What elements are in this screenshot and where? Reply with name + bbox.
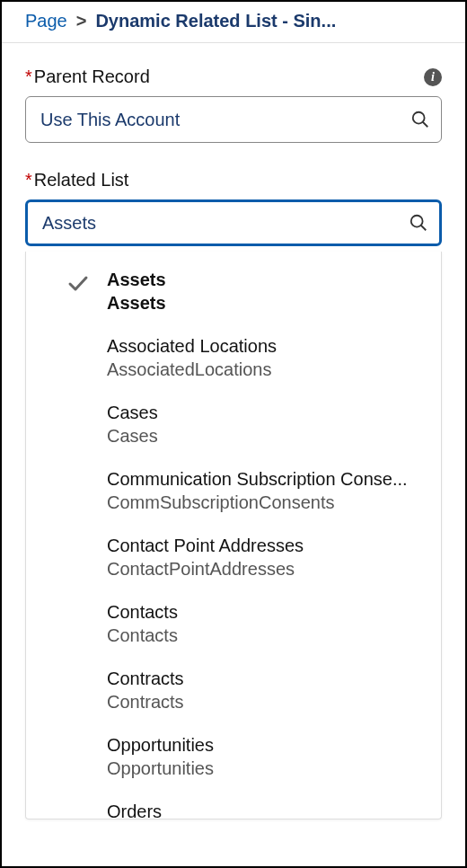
dropdown-option[interactable]: ContractsContracts bbox=[26, 660, 441, 721]
option-texts: OpportunitiesOpportunities bbox=[66, 733, 214, 780]
option-label: Associated Locations bbox=[107, 334, 277, 358]
dropdown-option[interactable]: Associated LocationsAssociatedLocations bbox=[26, 327, 441, 388]
dropdown-option[interactable]: CasesCases bbox=[26, 394, 441, 455]
option-label: Contacts bbox=[107, 600, 178, 624]
option-label: Contracts bbox=[107, 667, 184, 690]
option-label: Contact Point Addresses bbox=[107, 534, 304, 557]
dropdown-option[interactable]: Contact Point AddressesContactPointAddre… bbox=[26, 527, 441, 588]
svg-point-0 bbox=[413, 112, 425, 124]
breadcrumb: Page > Dynamic Related List - Sin... bbox=[2, 2, 465, 43]
dropdown-scroll[interactable]: AssetsAssetsAssociated LocationsAssociat… bbox=[26, 252, 441, 819]
option-api-name: AssociatedLocations bbox=[107, 358, 277, 381]
dropdown-option[interactable]: Communication Subscription Conse...CommS… bbox=[26, 460, 441, 521]
breadcrumb-current: Dynamic Related List - Sin... bbox=[95, 11, 336, 31]
required-asterisk: * bbox=[25, 66, 32, 86]
dropdown-option[interactable]: ContactsContacts bbox=[26, 593, 441, 654]
option-api-name: Contracts bbox=[107, 690, 184, 713]
option-api-name: Assets bbox=[107, 291, 166, 314]
parent-record-value: Use This Account bbox=[40, 110, 180, 130]
dropdown-option[interactable]: OpportunitiesOpportunities bbox=[26, 726, 441, 787]
option-label: Orders bbox=[107, 800, 162, 819]
option-texts: Communication Subscription Conse...CommS… bbox=[66, 467, 408, 514]
option-texts: CasesCases bbox=[66, 401, 158, 447]
dropdown-option[interactable]: AssetsAssets bbox=[26, 261, 441, 322]
svg-point-2 bbox=[411, 216, 423, 227]
parent-record-label: *Parent Record bbox=[25, 66, 150, 87]
option-label: Assets bbox=[107, 268, 166, 291]
search-icon bbox=[409, 213, 428, 233]
option-texts: ContractsContracts bbox=[66, 667, 184, 713]
option-texts: OrdersOrders bbox=[66, 800, 162, 819]
parent-record-input[interactable]: Use This Account bbox=[25, 96, 442, 143]
svg-line-3 bbox=[421, 226, 427, 231]
option-api-name: ContactPointAddresses bbox=[107, 557, 304, 580]
related-list-input[interactable]: Assets bbox=[25, 199, 442, 246]
dropdown-option[interactable]: OrdersOrders bbox=[26, 793, 441, 819]
option-api-name: Cases bbox=[107, 424, 158, 447]
related-list-label-row: *Related List bbox=[25, 170, 442, 190]
option-label: Opportunities bbox=[107, 733, 214, 757]
option-api-name: CommSubscriptionConsents bbox=[107, 491, 408, 514]
option-texts: Contact Point AddressesContactPointAddre… bbox=[66, 534, 304, 580]
info-icon[interactable]: i bbox=[424, 68, 442, 86]
properties-panel: *Parent Record i Use This Account *Relat… bbox=[2, 43, 465, 246]
option-label: Communication Subscription Conse... bbox=[107, 467, 408, 491]
required-asterisk: * bbox=[25, 170, 32, 190]
option-texts: ContactsContacts bbox=[66, 600, 178, 647]
option-label: Cases bbox=[107, 401, 158, 424]
check-icon bbox=[64, 273, 93, 295]
search-icon bbox=[410, 110, 430, 129]
option-api-name: Contacts bbox=[107, 624, 178, 647]
related-list-value: Assets bbox=[42, 213, 96, 234]
option-texts: Associated LocationsAssociatedLocations bbox=[66, 334, 277, 381]
parent-record-label-row: *Parent Record i bbox=[25, 66, 442, 87]
breadcrumb-root-link[interactable]: Page bbox=[25, 11, 67, 31]
related-list-dropdown: AssetsAssetsAssociated LocationsAssociat… bbox=[25, 252, 442, 819]
option-api-name: Opportunities bbox=[107, 757, 214, 780]
svg-line-1 bbox=[423, 122, 428, 128]
related-list-label: *Related List bbox=[25, 170, 128, 190]
breadcrumb-separator: > bbox=[76, 11, 87, 31]
